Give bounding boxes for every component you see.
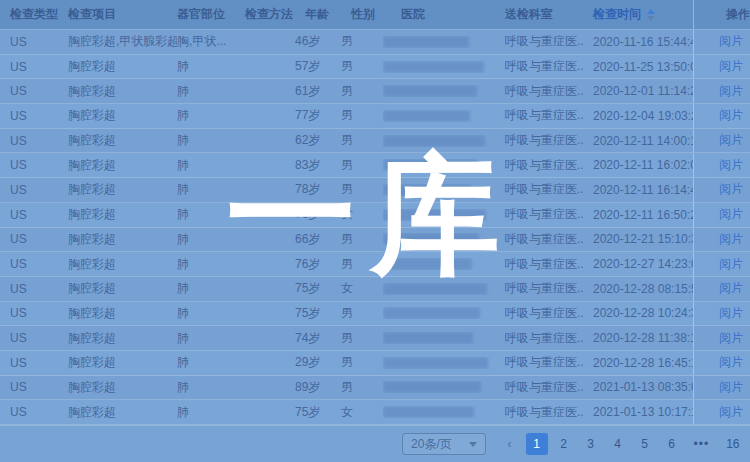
redacted-hospital-name <box>383 381 481 393</box>
cell-operation: 阅片 <box>693 104 750 128</box>
view-images-link[interactable]: 阅片 <box>719 132 743 149</box>
table-row[interactable]: US 胸腔彩超 肺 75岁 女 呼吸与重症医... 2021-01-13 10:… <box>0 400 750 425</box>
cell-department: 呼吸与重症医... <box>491 330 583 347</box>
view-images-link[interactable]: 阅片 <box>719 280 743 297</box>
cell-exam-type: US <box>10 183 68 197</box>
cell-exam-type: US <box>10 232 68 246</box>
redacted-hospital-name <box>383 85 477 97</box>
cell-exam-item: 胸腔彩超 <box>68 404 177 421</box>
cell-exam-item: 胸腔彩超 <box>68 256 177 273</box>
cell-hospital <box>383 283 491 295</box>
cell-exam-type: US <box>10 331 68 345</box>
view-images-link[interactable]: 阅片 <box>719 404 743 421</box>
cell-exam-type: US <box>10 84 68 98</box>
cell-exam-time: 2020-12-28 11:38:11 <box>583 331 693 345</box>
view-images-link[interactable]: 阅片 <box>719 58 743 75</box>
cell-operation: 阅片 <box>693 277 750 301</box>
view-images-link[interactable]: 阅片 <box>719 354 743 371</box>
table-row[interactable]: US 胸腔彩超 肺 62岁 男 呼吸与重症医... 2020-12-11 14:… <box>0 129 750 154</box>
cell-exam-time: 2020-12-27 14:23:04 <box>583 257 693 271</box>
cell-exam-item: 胸腔彩超 <box>68 132 177 149</box>
cell-sex: 男 <box>341 107 383 124</box>
page-button-6[interactable]: 6 <box>661 433 683 455</box>
cell-exam-time: 2020-11-16 15:44:49 <box>583 35 693 49</box>
cell-organ: 肺 <box>177 280 245 297</box>
view-images-link[interactable]: 阅片 <box>719 256 743 273</box>
sort-ascending-icon[interactable] <box>647 9 655 14</box>
cell-hospital <box>383 159 491 171</box>
cell-exam-type: US <box>10 134 68 148</box>
table-row[interactable]: US 胸腔彩超 肺 29岁 男 呼吸与重症医... 2020-12-28 16:… <box>0 351 750 376</box>
cell-sex: 女 <box>341 206 383 223</box>
view-images-link[interactable]: 阅片 <box>719 157 743 174</box>
table-row[interactable]: US 胸腔彩超 肺 57岁 男 呼吸与重症医... 2020-11-25 13:… <box>0 55 750 80</box>
col-header-hospital: 医院 <box>383 6 491 23</box>
cell-age: 78岁 <box>295 181 341 198</box>
redacted-hospital-name <box>383 110 470 122</box>
view-images-link[interactable]: 阅片 <box>719 83 743 100</box>
cell-department: 呼吸与重症医... <box>491 132 583 149</box>
sort-descending-icon[interactable] <box>647 16 655 21</box>
more-pages-button[interactable]: ••• <box>688 433 716 455</box>
table-row[interactable]: US 胸腔彩超 肺 78岁 男 呼吸与重症医... 2020-12-11 16:… <box>0 178 750 203</box>
prev-page-button[interactable]: ‹ <box>499 433 521 455</box>
chevron-down-icon <box>469 442 477 447</box>
table-row[interactable]: US 胸腔彩超 肺 76岁 女 呼吸与重症医... 2020-12-11 16:… <box>0 203 750 228</box>
table-row[interactable]: US 胸腔彩超 肺 74岁 男 呼吸与重症医... 2020-12-28 11:… <box>0 326 750 351</box>
table-row[interactable]: US 胸腔彩超 肺 75岁 男 呼吸与重症医... 2020-12-28 10:… <box>0 302 750 327</box>
cell-organ: 肺 <box>177 58 245 75</box>
view-images-link[interactable]: 阅片 <box>719 33 743 50</box>
page-button-16[interactable]: 16 <box>720 433 745 455</box>
cell-operation: 阅片 <box>693 400 750 424</box>
cell-age: 89岁 <box>295 379 341 396</box>
page-button-1[interactable]: 1 <box>526 433 548 455</box>
view-images-link[interactable]: 阅片 <box>719 305 743 322</box>
cell-operation: 阅片 <box>693 79 750 103</box>
view-images-link[interactable]: 阅片 <box>719 107 743 124</box>
table-row[interactable]: US 胸腔彩超 肺 83岁 男 呼吸与重症医... 2020-12-11 16:… <box>0 153 750 178</box>
cell-exam-time: 2020-12-28 10:24:30 <box>583 306 693 320</box>
table-row[interactable]: US 胸腔彩超,甲状腺彩超 胸,甲状... 46岁 男 呼吸与重症医... 20… <box>0 30 750 55</box>
table-row[interactable]: US 胸腔彩超 肺 75岁 女 呼吸与重症医... 2020-12-28 08:… <box>0 277 750 302</box>
table-row[interactable]: US 胸腔彩超 肺 61岁 男 呼吸与重症医... 2020-12-01 11:… <box>0 79 750 104</box>
cell-organ: 肺 <box>177 305 245 322</box>
col-header-sex: 性别 <box>341 6 383 23</box>
cell-department: 呼吸与重症医... <box>491 206 583 223</box>
exam-time-label: 检查时间 <box>593 6 641 23</box>
cell-age: 77岁 <box>295 107 341 124</box>
view-images-link[interactable]: 阅片 <box>719 181 743 198</box>
cell-exam-item: 胸腔彩超 <box>68 181 177 198</box>
cell-age: 46岁 <box>295 33 341 50</box>
table-row[interactable]: US 胸腔彩超 肺 66岁 男 呼吸与重症医... 2020-12-21 15:… <box>0 228 750 253</box>
view-images-link[interactable]: 阅片 <box>719 379 743 396</box>
cell-exam-time: 2020-12-11 16:14:49 <box>583 183 693 197</box>
page-button-3[interactable]: 3 <box>580 433 602 455</box>
cell-operation: 阅片 <box>693 203 750 227</box>
table-header: 检查类型 检查项目 器官部位 检查方法 年龄 性别 医院 送检科室 检查时间 操… <box>0 0 750 30</box>
page-size-select[interactable]: 20条/页 <box>402 433 486 455</box>
cell-exam-type: US <box>10 306 68 320</box>
table-row[interactable]: US 胸腔彩超 肺 77岁 男 呼吸与重症医... 2020-12-04 19:… <box>0 104 750 129</box>
exam-list-screen: 检查类型 检查项目 器官部位 检查方法 年龄 性别 医院 送检科室 检查时间 操… <box>0 0 750 462</box>
col-header-exam-time[interactable]: 检查时间 <box>583 6 693 23</box>
cell-sex: 男 <box>341 33 383 50</box>
view-images-link[interactable]: 阅片 <box>719 231 743 248</box>
page-button-2[interactable]: 2 <box>553 433 575 455</box>
page-button-4[interactable]: 4 <box>607 433 629 455</box>
cell-organ: 肺 <box>177 107 245 124</box>
cell-exam-item: 胸腔彩超 <box>68 280 177 297</box>
cell-sex: 男 <box>341 379 383 396</box>
redacted-hospital-name <box>383 233 479 245</box>
cell-organ: 肺 <box>177 404 245 421</box>
view-images-link[interactable]: 阅片 <box>719 330 743 347</box>
view-images-link[interactable]: 阅片 <box>719 206 743 223</box>
table-row[interactable]: US 胸腔彩超 肺 76岁 男 呼吸与重症医... 2020-12-27 14:… <box>0 252 750 277</box>
page-button-5[interactable]: 5 <box>634 433 656 455</box>
cell-department: 呼吸与重症医... <box>491 379 583 396</box>
redacted-hospital-name <box>383 332 473 344</box>
cell-exam-item: 胸腔彩超 <box>68 157 177 174</box>
sort-caret-icon[interactable] <box>647 9 655 21</box>
table-row[interactable]: US 胸腔彩超 肺 89岁 男 呼吸与重症医... 2021-01-13 08:… <box>0 376 750 401</box>
cell-exam-type: US <box>10 257 68 271</box>
table-body: US 胸腔彩超,甲状腺彩超 胸,甲状... 46岁 男 呼吸与重症医... 20… <box>0 30 750 425</box>
